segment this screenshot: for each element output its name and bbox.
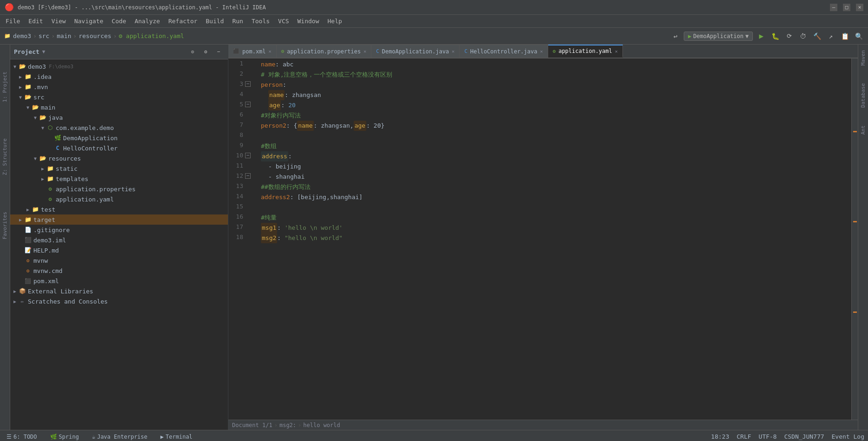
menu-file[interactable]: File (2, 16, 24, 26)
menu-run[interactable]: Run (228, 16, 246, 26)
gutter-7 (245, 120, 253, 130)
tree-item-src[interactable]: ▼ 📂 src (10, 92, 228, 102)
menu-navigate[interactable]: Navigate (71, 16, 107, 26)
tree-label-gitignore: .gitignore (33, 227, 70, 233)
tree-settings-button[interactable]: ⚙ (200, 46, 211, 58)
tab-close-app-props[interactable]: ✕ (363, 49, 366, 54)
database-panel-tab[interactable]: Database (859, 79, 868, 111)
tree-item-app-properties[interactable]: ▶ ⚙ application.properties (10, 184, 228, 194)
spring-tab[interactable]: 🌿 Spring (47, 433, 82, 441)
menu-code[interactable]: Code (108, 16, 130, 26)
code-editor[interactable]: 1 2 3 4 5 6 7 8 9 10 11 12 13 14 15 16 1 (228, 58, 858, 420)
breadcrumb-src[interactable]: src (39, 32, 49, 39)
breadcrumb-resources[interactable]: resources (78, 32, 111, 39)
structure-tool-window-tab[interactable]: Z: Structure (0, 135, 9, 179)
search-everywhere-button[interactable]: 🔍 (853, 31, 864, 42)
debug-button[interactable]: 🐛 (770, 31, 781, 42)
code-content[interactable]: name: abc # 对象,注意空格，一个空格或三个空格没有区别 person… (253, 58, 851, 420)
menu-vcs[interactable]: VCS (274, 16, 292, 26)
tree-item-mvn[interactable]: ▶ 📁 .mvn (10, 82, 228, 92)
gutter-8 (245, 130, 253, 140)
tab-hello-controller[interactable]: C HelloController.java ✕ (460, 45, 548, 58)
tree-item-templates[interactable]: ▶ 📁 templates (10, 174, 228, 184)
tree-item-app-yaml[interactable]: ▶ ⚙ application.yaml (10, 194, 228, 204)
minimize-button[interactable]: — (830, 4, 837, 11)
line-number-gutter: 1 2 3 4 5 6 7 8 9 10 11 12 13 14 15 16 1 (228, 58, 253, 420)
tree-item-pomxml[interactable]: ▶ ⬛ pom.xml (10, 276, 228, 286)
run-button[interactable]: ▶ (756, 31, 767, 42)
breadcrumb-yaml[interactable]: ⚙ application.yaml (119, 32, 184, 39)
tab-close-pom[interactable]: ✕ (269, 49, 272, 54)
tree-item-ext-libs[interactable]: ▶ 📦 External Libraries (10, 286, 228, 296)
terminal-tab[interactable]: ▶ Terminal (158, 433, 195, 441)
run-with-coverage-button[interactable]: ⟳ (784, 31, 795, 42)
profiler-button[interactable]: ⏱ (797, 31, 809, 42)
build-project-button[interactable]: 🔨 (811, 31, 823, 42)
tree-item-iml[interactable]: ▶ ⬛ demo3.iml (10, 235, 228, 245)
code-line-17: msg1: 'hello \n world' (261, 223, 851, 233)
menu-window[interactable]: Window (294, 16, 323, 26)
menu-analyze[interactable]: Analyze (131, 16, 164, 26)
tree-item-gitignore[interactable]: ▶ 📄 .gitignore (10, 225, 228, 235)
tree-item-idea[interactable]: ▶ 📁 .idea (10, 71, 228, 82)
maven-panel-tab[interactable]: Maven (859, 46, 868, 69)
close-button[interactable]: ✕ (856, 4, 863, 11)
maximize-button[interactable]: □ (843, 4, 850, 11)
menu-help[interactable]: Help (324, 16, 346, 26)
breadcrumb-demo3[interactable]: demo3 (13, 32, 31, 39)
java-enterprise-tab[interactable]: ☕ Java Enterprise (89, 433, 150, 441)
fold-btn-10[interactable]: − (245, 153, 251, 158)
fold-btn-3[interactable]: − (245, 81, 251, 87)
project-tool-window-tab[interactable]: 1: Project (0, 68, 9, 106)
tab-app-properties[interactable]: ⚙ application.properties ✕ (277, 45, 372, 58)
menu-view[interactable]: View (48, 16, 70, 26)
tab-demo-application[interactable]: C DemoApplication.java ✕ (371, 45, 460, 58)
gutter-10: − (245, 150, 253, 161)
tab-close-hello[interactable]: ✕ (540, 49, 543, 54)
tree-item-demo3[interactable]: ▼ 📂 demo3 F:\demo3 (10, 61, 228, 71)
tab-app-yaml[interactable]: ⚙ application.yaml ✕ (548, 45, 623, 58)
todo-tab[interactable]: ☰ 6: TODO (4, 433, 40, 441)
run-config-selector[interactable]: ▶ DemoApplication ▼ (684, 32, 753, 41)
recent-files-button[interactable]: 📋 (839, 31, 850, 42)
tree-item-demoapplication[interactable]: ▶ 🌿 DemoApplication (10, 133, 228, 143)
tree-header-dropdown[interactable]: ▼ (42, 49, 45, 55)
menu-tools[interactable]: Tools (248, 16, 273, 26)
tab-close-yaml[interactable]: ✕ (615, 49, 618, 54)
fold-btn-12[interactable]: − (245, 173, 251, 179)
tree-item-mvnwcmd[interactable]: ▶ ⚙ mvnw.cmd (10, 266, 228, 276)
encoding[interactable]: UTF-8 (758, 433, 777, 440)
tree-item-target[interactable]: ▶ 📁 target (10, 214, 228, 225)
ant-panel-tab[interactable]: Ant (859, 122, 868, 138)
tree-item-main[interactable]: ▼ 📂 main (10, 102, 228, 112)
fold-btn-5[interactable]: − (245, 102, 251, 107)
tree-item-static[interactable]: ▶ 📁 static (10, 163, 228, 174)
breadcrumb-main[interactable]: main (57, 32, 71, 39)
tree-item-scratches[interactable]: ▶ ✏ Scratches and Consoles (10, 296, 228, 306)
menu-refactor[interactable]: Refactor (165, 16, 201, 26)
tab-pom-xml[interactable]: ⬛ pom.xml ✕ (228, 45, 277, 58)
tree-item-hellocontroller[interactable]: ▶ C HelloController (10, 143, 228, 153)
tree-collapse-button[interactable]: − (213, 46, 224, 58)
tree-item-helpmd[interactable]: ▶ 📝 HELP.md (10, 245, 228, 255)
menu-edit[interactable]: Edit (25, 16, 46, 26)
tree-item-mvnw[interactable]: ▶ ⚙ mvnw (10, 255, 228, 266)
right-panel-tabs: Maven Database Ant (858, 45, 868, 430)
line-ending[interactable]: CRLF (737, 433, 751, 440)
code-comment-9: #数组 (261, 141, 277, 151)
tree-sync-button[interactable]: ⊙ (187, 46, 198, 58)
tree-item-test[interactable]: ▶ 📁 test (10, 204, 228, 214)
tab-close-demo-app[interactable]: ✕ (452, 49, 454, 54)
menu-build[interactable]: Build (202, 16, 227, 26)
tree-item-resources[interactable]: ▼ 📂 resources (10, 153, 228, 163)
navigate-back-button[interactable]: ↩ (670, 31, 681, 42)
tree-item-java[interactable]: ▼ 📂 java (10, 112, 228, 123)
linenum-2: 2 (228, 69, 243, 79)
scroll-indicator[interactable] (851, 58, 858, 420)
tab-icon-app-props: ⚙ (281, 48, 285, 54)
tree-item-package[interactable]: ▼ ⬡ com.example.demo (10, 123, 228, 133)
navigate-forward-button[interactable]: ↗ (825, 31, 836, 42)
event-log-button[interactable]: Event Log (832, 433, 864, 440)
linenum-4: 4 (228, 89, 243, 99)
favorites-tool-window-tab[interactable]: Favorites (0, 208, 9, 243)
